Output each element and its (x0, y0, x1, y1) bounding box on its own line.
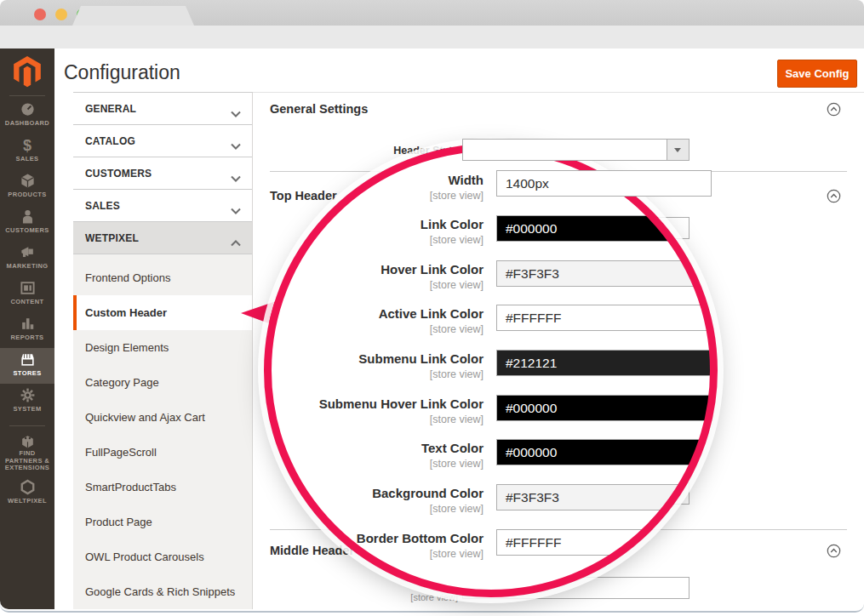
sidebar-item-marketing[interactable]: MARKETING (0, 241, 54, 277)
config-subnav: Frontend Options Custom Header Design El… (73, 254, 252, 609)
reports-icon (0, 316, 54, 333)
stores-icon (0, 351, 54, 368)
config-section-wetpixel[interactable]: WETPIXEL (73, 222, 252, 254)
store-view-scope: [store view] (271, 323, 483, 335)
close-window-button[interactable] (34, 9, 46, 20)
sidebar-item-customers[interactable]: CUSTOMERS (0, 205, 54, 241)
nav-item-product-page[interactable]: Product Page (73, 505, 252, 539)
sidebar-item-stores[interactable]: STORES (0, 348, 54, 384)
minimize-window-button[interactable] (55, 9, 67, 20)
chevron-down-icon (231, 170, 241, 185)
store-view-scope: [store view] (271, 592, 458, 602)
field-label-hover-link-color: Hover Link Color (271, 262, 483, 277)
border-bottom-color-input[interactable]: #FFFFFF (496, 529, 701, 556)
section-title-middle-header: Middle Header (270, 544, 354, 557)
config-nav: GENERAL CATALOG CUSTOMERS SALES WETPIXEL… (73, 92, 253, 609)
extensions-icon (0, 433, 54, 450)
chevron-down-icon (231, 138, 241, 153)
nav-item-frontend-options[interactable]: Frontend Options (73, 260, 252, 295)
nav-item-design-elements[interactable]: Design Elements (73, 330, 252, 365)
chevron-down-icon (231, 106, 241, 121)
store-view-scope: [store view] (271, 190, 483, 202)
config-section-catalog[interactable]: CATALOG (73, 125, 252, 157)
sales-icon: $ (0, 137, 54, 154)
sidebar-item-dashboard[interactable]: DASHBOARD (0, 98, 54, 134)
field-label-width: Width (271, 173, 483, 187)
submenu-hover-link-color-input[interactable]: #000000 (496, 395, 714, 421)
browser-tab[interactable] (72, 6, 194, 26)
store-view-scope: [store view] (271, 279, 483, 291)
section-title-general-settings: General Settings (270, 102, 368, 116)
save-config-button[interactable]: Save Config (777, 60, 857, 88)
sidebar-divider (9, 95, 45, 96)
header-style-label: Header Style (271, 145, 458, 157)
magento-logo[interactable] (0, 48, 54, 94)
field-label-submenu-link-color: Submenu Link Color (271, 351, 483, 366)
page-title: Configuration (64, 61, 180, 84)
collapse-section-icon[interactable] (827, 189, 841, 207)
submenu-link-color-input[interactable]: #212121 (496, 350, 714, 376)
active-link-color-input[interactable]: #FFFFFF (496, 305, 714, 331)
field-label-submenu-hover-link-color: Submenu Hover Link Color (271, 396, 483, 411)
system-icon (0, 387, 54, 404)
nav-item-category-page[interactable]: Category Page (73, 365, 252, 400)
nav-item-custom-header[interactable]: Custom Header (73, 295, 252, 330)
nav-item-fullpagescroll[interactable]: FullPageScroll (73, 435, 252, 470)
sidebar-item-content[interactable]: CONTENT (0, 277, 54, 312)
store-view-scope: [store view] (271, 234, 483, 246)
nav-item-owl-carousels[interactable]: OWL Product Carousels (73, 539, 252, 574)
browser-address-bar[interactable] (0, 26, 864, 49)
sidebar-divider (9, 425, 45, 426)
chevron-down-icon (231, 202, 241, 218)
screenshot-root: DASHBOARD $ SALES PRODUCTS CUSTOMERS (0, 0, 864, 616)
field-label-background-color: Background Color (271, 486, 483, 500)
sidebar-item-products[interactable]: PRODUCTS (0, 169, 54, 205)
content-icon (0, 280, 54, 297)
text-color-input[interactable]: #000000 (496, 439, 714, 465)
browser-titlebar (0, 0, 864, 26)
sidebar-item-weltpixel[interactable]: WELTPIXEL (0, 476, 54, 511)
chevron-up-icon (231, 235, 241, 250)
sidebar-item-sales[interactable]: $ SALES (0, 134, 54, 169)
width-input[interactable]: 1400px (496, 170, 712, 197)
nav-item-smartproducttabs[interactable]: SmartProductTabs (73, 470, 252, 505)
sidebar-item-reports[interactable]: REPORTS (0, 312, 54, 348)
collapse-section-icon[interactable] (827, 544, 841, 562)
magnifier-content: Link Color [store view] #000000 Hover Li… (268, 148, 714, 594)
products-icon (0, 173, 54, 190)
collapse-section-icon[interactable] (827, 102, 841, 120)
store-view-scope: [store view] (271, 414, 483, 425)
dashboard-icon (0, 101, 54, 118)
config-section-customers[interactable]: CUSTOMERS (73, 157, 252, 190)
store-view-scope: [store view] (271, 368, 483, 380)
nav-item-quickview[interactable]: Quickview and Ajax Cart (73, 400, 252, 435)
field-label-active-link-color: Active Link Color (271, 306, 483, 321)
hover-link-color-input[interactable]: #F3F3F3 (496, 260, 714, 287)
field-label-text-color: Text Color (271, 441, 483, 455)
store-view-scope: [store view] (271, 458, 483, 470)
config-section-sales[interactable]: SALES (73, 190, 252, 222)
admin-sidebar: DASHBOARD $ SALES PRODUCTS CUSTOMERS (0, 48, 54, 609)
nav-item-google-cards[interactable]: Google Cards & Rich Snippets (73, 574, 252, 609)
customers-icon (0, 208, 54, 225)
config-section-general[interactable]: GENERAL (73, 93, 252, 125)
header-style-select[interactable] (462, 139, 689, 161)
store-view-scope: [store view] (271, 503, 483, 515)
header-divider (253, 92, 864, 93)
dropdown-arrow-icon (667, 140, 689, 160)
app-window: DASHBOARD $ SALES PRODUCTS CUSTOMERS (0, 48, 864, 613)
sidebar-item-system[interactable]: SYSTEM (0, 384, 54, 419)
field-label-link-color: Link Color (271, 217, 483, 231)
marketing-icon (0, 244, 54, 261)
weltpixel-icon (0, 479, 54, 496)
sidebar-item-find-partners[interactable]: FIND PARTNERS & EXTENSIONS (0, 430, 54, 474)
